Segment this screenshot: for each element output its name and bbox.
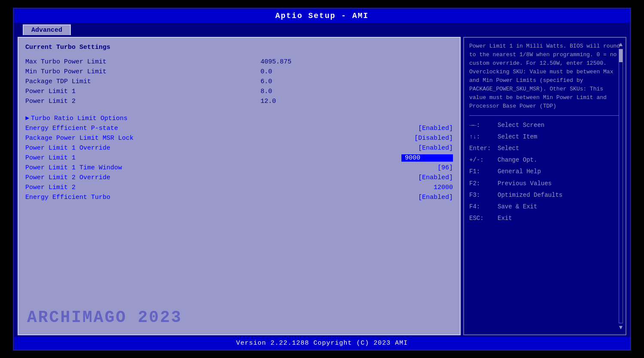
settings-row: Power Limit 212.0 [25,96,453,106]
scroll-track[interactable] [619,49,623,323]
key-action: Select Item [498,132,537,142]
help-text: Power Limit 1 in Milli Watts. BIOS will … [469,42,620,111]
key-binding: F1:General Help [469,166,620,177]
nav-value: [Enabled] [418,174,453,181]
key-binding: ↑↓:Select Item [469,132,620,142]
advanced-tab[interactable]: Advanced [23,24,71,35]
nav-items-container: ►Turbo Ratio Limit OptionsEnergy Efficie… [25,114,453,202]
nav-label: Power Limit 1 [25,154,76,162]
key-binding: F3:Optimized Defaults [469,190,620,201]
bios-frame: Aptio Setup - AMI Advanced Current Turbo… [13,8,631,351]
settings-label: Power Limit 1 [25,87,261,96]
key-binding: F2:Previous Values [469,178,620,189]
right-panel: Power Limit 1 in Milli Watts. BIOS will … [463,37,626,335]
settings-row: Package TDP Limit6.0 [25,77,453,87]
key-binding: →←:Select Screen [469,120,620,131]
key-action: General Help [498,166,541,177]
nav-label: Power Limit 1 Time Window [25,164,122,171]
settings-label: Max Turbo Power Limit [25,57,261,67]
nav-row[interactable]: Power Limit 1 Override[Enabled] [25,143,453,153]
key-label: Enter: [469,143,495,154]
title-bar: Aptio Setup - AMI [14,9,630,23]
nav-row[interactable]: Package Power Limit MSR Lock[Disabled] [25,133,453,143]
tab-bar: Advanced [14,23,630,35]
settings-value: 4095.875 [261,57,453,67]
settings-label: Package TDP Limit [25,77,261,87]
settings-row: Power Limit 18.0 [25,87,453,96]
tab-label: Advanced [31,27,62,34]
nav-row[interactable]: Power Limit 19000 [25,153,453,163]
settings-value: 8.0 [261,87,453,96]
key-label: →←: [469,120,495,131]
nav-label: ►Turbo Ratio Limit Options [25,115,128,122]
nav-label: Power Limit 2 Override [25,174,110,181]
nav-label: Energy Efficient Turbo [25,194,110,201]
nav-value: 12000 [434,184,453,191]
key-binding: ESC:Exit [469,213,620,224]
scroll-thumb [619,49,623,62]
key-label: ↑↓: [469,132,495,142]
settings-label: Power Limit 2 [25,96,261,106]
key-label: F1: [469,166,495,177]
nav-row[interactable]: Power Limit 2 Override[Enabled] [25,173,453,183]
title-text: Aptio Setup - AMI [275,12,369,20]
nav-value: [Enabled] [418,144,453,152]
nav-value: [Enabled] [418,125,453,132]
nav-value: [Enabled] [418,194,453,201]
key-label: ESC: [469,213,495,224]
settings-value: 12.0 [261,96,453,106]
footer-text: Version 2.22.1288 Copyright (C) 2023 AMI [236,340,408,347]
key-binding: Enter:Select [469,143,620,154]
nav-row[interactable]: ►Turbo Ratio Limit Options [25,114,453,123]
nav-value: [96] [437,164,453,171]
section-title: Current Turbo Settings [25,44,453,51]
settings-label: Min Turbo Power Limit [25,67,261,77]
nav-label: Package Power Limit MSR Lock [25,135,134,142]
nav-label: Energy Efficient P-state [25,125,118,132]
footer-bar: Version 2.22.1288 Copyright (C) 2023 AMI [14,337,630,349]
key-action: Optimized Defaults [498,190,562,201]
key-help-container: →←:Select Screen↑↓:Select ItemEnter:Sele… [469,120,620,225]
settings-row: Max Turbo Power Limit4095.875 [25,57,453,67]
key-action: Select Screen [498,120,544,131]
nav-value: 9000 [401,154,453,162]
nav-row[interactable]: Energy Efficient Turbo[Enabled] [25,193,453,202]
key-label: F4: [469,202,495,212]
left-panel: Current Turbo Settings Max Turbo Power L… [18,37,461,335]
key-action: Select [498,143,519,154]
main-content: Current Turbo Settings Max Turbo Power L… [14,35,630,337]
help-divider [469,115,620,116]
watermark: ARCHIMAGO 2023 [27,308,182,327]
nav-label: Power Limit 1 Override [25,144,110,152]
settings-row: Min Turbo Power Limit0.0 [25,67,453,77]
nav-row[interactable]: Power Limit 1 Time Window[96] [25,163,453,173]
key-action: Change Opt. [498,155,537,165]
nav-value: [Disabled] [414,135,453,142]
nav-label: Power Limit 2 [25,184,76,191]
key-action: Save & Exit [498,202,537,212]
key-action: Exit [498,213,512,224]
settings-value: 0.0 [261,67,453,77]
scroll-down-arrow[interactable]: ▼ [619,324,623,331]
key-label: F3: [469,190,495,201]
settings-value: 6.0 [261,77,453,87]
key-binding: F4:Save & Exit [469,202,620,212]
nav-row[interactable]: Power Limit 212000 [25,183,453,193]
scroll-up-arrow[interactable]: ▲ [619,41,623,48]
key-label: +/-: [469,155,495,165]
key-label: F2: [469,178,495,189]
scrollbar[interactable]: ▲ ▼ [618,41,624,331]
key-action: Previous Values [498,178,552,189]
settings-table: Max Turbo Power Limit4095.875Min Turbo P… [25,57,453,106]
key-binding: +/-:Change Opt. [469,155,620,165]
nav-row[interactable]: Energy Efficient P-state[Enabled] [25,123,453,133]
